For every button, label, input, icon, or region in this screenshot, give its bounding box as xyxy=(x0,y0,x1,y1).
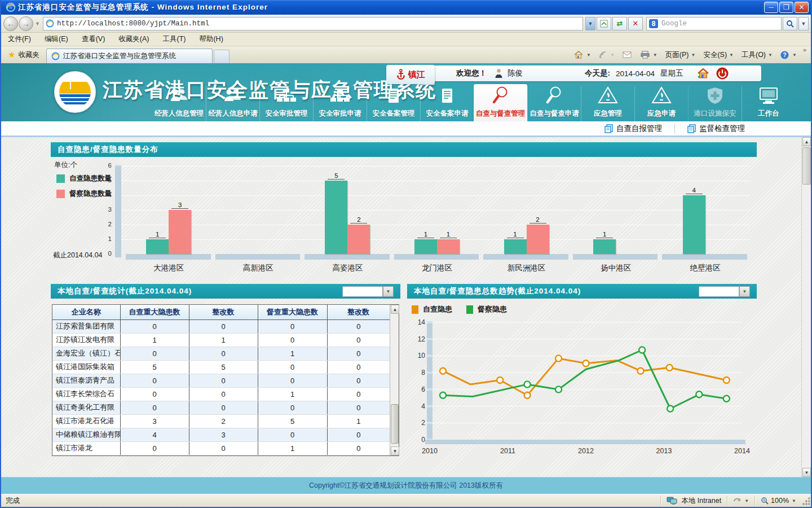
nav-item-5[interactable]: 安全备案申请 xyxy=(420,86,474,121)
table-row[interactable]: 镇江市港龙0010 xyxy=(52,441,390,455)
home-button[interactable]: ▼ xyxy=(570,49,595,61)
menu-item-4[interactable]: 工具(T) xyxy=(156,33,192,46)
table-row[interactable]: 镇江港国际集装箱5500 xyxy=(52,360,390,374)
maximize-button[interactable]: ❐ xyxy=(779,2,793,13)
overflow-chevron[interactable]: » xyxy=(803,46,806,53)
menu-item-5[interactable]: 帮助(H) xyxy=(192,33,230,46)
search-button[interactable] xyxy=(783,17,797,30)
back-button[interactable]: ← xyxy=(3,16,18,31)
nav-item-1[interactable]: 经营人信息申请 xyxy=(206,86,259,121)
active-tab[interactable]: 江苏省港口安全监管与应急管理系统 xyxy=(46,49,213,63)
address-dropdown-button[interactable]: ▼ xyxy=(585,17,595,30)
line-marker[interactable] xyxy=(524,392,531,398)
menu-item-0[interactable]: 文件(F) xyxy=(1,33,38,46)
table-row[interactable]: 中储粮镇江粮油有限4300 xyxy=(52,428,390,441)
line-chart-filter-combobox[interactable]: ▼ xyxy=(699,286,750,297)
bar[interactable] xyxy=(527,225,549,254)
nav-item-8[interactable]: 应急管理 xyxy=(581,86,634,121)
page-scroll-down-icon[interactable]: ▼ xyxy=(802,468,811,477)
bar[interactable] xyxy=(683,195,705,254)
line-marker[interactable] xyxy=(440,368,446,374)
url-input[interactable]: http://localhost:8080/yjpt/Main.html xyxy=(43,17,583,30)
nav-item-6[interactable]: 自查与督查管理 xyxy=(474,84,527,121)
table-scrollbar[interactable]: ▲ ▼ xyxy=(390,305,399,456)
home-icon[interactable] xyxy=(697,68,709,79)
line-marker[interactable] xyxy=(723,377,730,383)
line-marker[interactable] xyxy=(555,386,562,392)
page-scroll-up-icon[interactable]: ▲ xyxy=(802,137,811,146)
table-row[interactable]: 金海宏业（镇江）石0010 xyxy=(52,347,390,360)
table-row[interactable]: 镇江奇美化工有限0000 xyxy=(52,401,390,414)
bar[interactable] xyxy=(347,225,370,254)
line-marker[interactable] xyxy=(667,365,673,371)
forward-button[interactable]: → xyxy=(19,16,33,31)
search-options-dropdown[interactable]: ▼ xyxy=(798,17,809,30)
nav-item-4[interactable]: 安全备案管理 xyxy=(367,86,420,121)
tools-menu[interactable]: 工具(O)▼ xyxy=(738,49,776,61)
nav-item-label: 工作台 xyxy=(758,109,779,119)
logout-power-icon[interactable] xyxy=(716,67,729,80)
nav-item-0[interactable]: 经营人信息管理 xyxy=(152,86,206,121)
safety-menu[interactable]: 安全(S)▼ xyxy=(699,49,738,61)
page-scroll-thumb[interactable] xyxy=(802,147,811,185)
line-marker[interactable] xyxy=(524,381,531,387)
line-marker[interactable] xyxy=(440,392,446,398)
bar[interactable] xyxy=(504,239,527,254)
protected-mode-control[interactable]: ▼ xyxy=(727,496,754,506)
menu-item-2[interactable]: 查看(V) xyxy=(75,33,112,46)
line-marker[interactable] xyxy=(638,368,644,374)
favorites-button[interactable]: ★ 收藏夹 xyxy=(3,48,44,62)
read-mail-button[interactable] xyxy=(619,49,637,61)
refresh-button[interactable]: ⇄ xyxy=(612,17,627,30)
rss-button[interactable]: ▼ xyxy=(595,49,619,61)
combo-arrow-icon[interactable]: ▼ xyxy=(739,286,750,297)
line-marker[interactable] xyxy=(639,347,645,353)
stop-button[interactable]: ✕ xyxy=(628,17,643,30)
table-col-0: 企业名称 xyxy=(52,305,120,319)
new-tab-button[interactable] xyxy=(214,50,230,63)
stats-table-filter-combobox[interactable]: ▼ xyxy=(342,286,394,297)
nav-item-2[interactable]: 安全审批管理 xyxy=(259,86,313,121)
table-cell: 0 xyxy=(189,319,258,333)
table-scroll-down-icon[interactable]: ▼ xyxy=(391,446,399,456)
line-marker[interactable] xyxy=(667,406,673,412)
nav-item-11[interactable]: 工作台 xyxy=(742,86,795,121)
line-marker[interactable] xyxy=(497,377,503,383)
search-input[interactable]: 8 Google xyxy=(646,17,782,30)
page-scrollbar[interactable]: ▲ ▼ xyxy=(801,137,811,477)
nav-item-7[interactable]: 自查与督查申请 xyxy=(527,86,581,121)
menu-item-1[interactable]: 编辑(E) xyxy=(38,33,75,46)
resize-grip[interactable] xyxy=(802,496,810,506)
compatibility-view-button[interactable] xyxy=(597,17,611,30)
menu-item-3[interactable]: 收藏夹(A) xyxy=(112,33,156,46)
table-row[interactable]: 镇江市港龙石化港3251 xyxy=(52,414,390,428)
table-row[interactable]: 江苏镇江发电有限1100 xyxy=(52,333,390,347)
table-row[interactable]: 江苏索普集团有限0000 xyxy=(52,319,390,333)
zoom-control[interactable]: 100% ▼ xyxy=(754,496,802,506)
minimize-button[interactable]: ─ xyxy=(764,2,778,13)
nav-item-3[interactable]: 安全审批申请 xyxy=(313,86,367,121)
line-marker[interactable] xyxy=(696,391,702,397)
table-scroll-thumb[interactable] xyxy=(391,404,399,443)
help-menu[interactable]: ?▼ xyxy=(776,49,801,61)
combo-arrow-icon[interactable]: ▼ xyxy=(383,286,394,297)
line-marker[interactable] xyxy=(723,396,730,402)
bar[interactable] xyxy=(593,239,616,254)
table-scroll-up-icon[interactable]: ▲ xyxy=(391,305,399,314)
subnav-item-1[interactable]: 监督检查管理 xyxy=(674,124,757,134)
bar[interactable] xyxy=(437,239,460,254)
close-button[interactable]: ✕ xyxy=(795,2,809,13)
page-menu[interactable]: 页面(P)▼ xyxy=(661,49,700,61)
table-row[interactable]: 镇江李长荣综合石0010 xyxy=(52,387,390,401)
recent-pages-dropdown[interactable]: ▼ xyxy=(35,21,40,27)
bar[interactable] xyxy=(146,239,169,254)
line-marker[interactable] xyxy=(583,360,589,366)
line-marker[interactable] xyxy=(555,355,562,361)
bar[interactable] xyxy=(325,181,347,254)
bar[interactable] xyxy=(169,210,191,254)
subnav-item-0[interactable]: 自查自报管理 xyxy=(592,124,674,134)
print-button[interactable]: ▼ xyxy=(637,49,661,61)
nav-item-9[interactable]: 应急申请 xyxy=(634,86,688,121)
table-row[interactable]: 镇江恒泰沥青产品0000 xyxy=(52,374,390,387)
bar[interactable] xyxy=(414,239,437,254)
